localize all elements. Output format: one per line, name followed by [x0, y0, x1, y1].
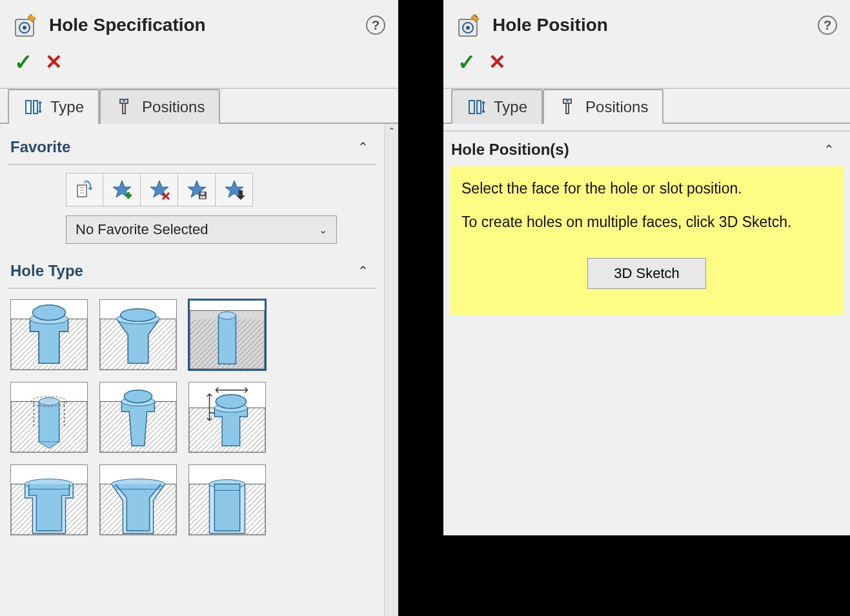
dropdown-value: No Favorite Selected [76, 221, 208, 238]
ok-cancel-bar: ✓ ✕ [0, 45, 398, 88]
svg-rect-25 [39, 401, 59, 442]
apply-defaults-button[interactable] [66, 173, 103, 206]
tab-label: Type [494, 98, 527, 116]
star-x-icon [148, 179, 170, 201]
svg-point-21 [121, 309, 156, 322]
ok-cancel-bar: ✓ ✕ [443, 45, 850, 88]
favorite-dropdown[interactable]: No Favorite Selected ⌄ [66, 215, 337, 244]
help-icon[interactable]: ? [366, 15, 385, 35]
svg-point-24 [219, 312, 236, 319]
hole-type-slot[interactable] [188, 464, 266, 535]
svg-point-42 [480, 17, 481, 18]
hole-type-straight-tap[interactable] [10, 382, 88, 453]
section-header-positions: Hole Position(s) ⌃ [443, 132, 850, 166]
svg-rect-36 [214, 484, 239, 531]
hint-text-1: Select the face for the hole or slot pos… [461, 178, 832, 199]
tab-positions[interactable]: Positions [543, 89, 663, 124]
section-header-favorite: Favorite ⌃ [8, 133, 376, 165]
hole-type-counterbore-slot[interactable] [10, 464, 88, 535]
panel-header: Hole Position ? [443, 0, 850, 45]
tab-type[interactable]: Type [451, 89, 543, 124]
hole-type-grid [8, 297, 376, 538]
svg-rect-9 [123, 103, 125, 114]
3d-sketch-button[interactable]: 3D Sketch [587, 258, 706, 289]
svg-rect-11 [77, 185, 86, 197]
page-title: Hole Position [492, 15, 809, 35]
tab-bar: Type Positions [443, 89, 850, 124]
svg-point-3 [32, 15, 34, 17]
panel-header: Hole Specification ? [0, 0, 398, 45]
type-tab-icon [467, 97, 487, 117]
ok-button[interactable]: ✓ [14, 49, 32, 75]
hole-position-panel: Hole Position ? ✓ ✕ Type [443, 0, 850, 535]
svg-point-5 [36, 17, 37, 18]
section-title: Hole Type [10, 262, 83, 280]
svg-rect-15 [201, 192, 205, 195]
scroll-up-icon[interactable]: ⌃ [385, 124, 398, 138]
load-favorite-button[interactable] [216, 173, 253, 206]
hole-type-countersink[interactable] [99, 299, 177, 370]
positions-tab-icon [558, 97, 579, 117]
hint-text-2: To create holes on multiple faces, click… [461, 212, 832, 232]
chevron-down-icon: ⌄ [319, 224, 327, 236]
ok-button[interactable]: ✓ [458, 49, 476, 75]
tab-label: Positions [585, 98, 648, 116]
section-header-holetype: Hole Type ⌃ [8, 257, 376, 289]
tab-label: Positions [142, 98, 205, 116]
collapse-favorite-icon[interactable]: ⌃ [352, 137, 374, 157]
hole-wizard-icon [13, 12, 40, 39]
page-title: Hole Specification [49, 15, 357, 35]
favorite-toolbar [66, 173, 376, 206]
remove-favorite-button[interactable] [141, 173, 178, 206]
svg-point-41 [478, 14, 480, 15]
svg-point-39 [466, 26, 470, 30]
tab-label: Type [50, 98, 84, 116]
svg-rect-44 [477, 101, 481, 114]
scroll-content: Favorite ⌃ [0, 124, 384, 616]
svg-rect-6 [26, 101, 31, 114]
add-favorite-button[interactable] [103, 173, 141, 206]
hole-type-tapered-tap[interactable] [99, 382, 177, 453]
positions-tab-icon [115, 97, 136, 117]
hole-type-hole[interactable] [188, 299, 266, 370]
hole-type-counterbore[interactable] [10, 299, 88, 370]
star-down-icon [223, 179, 245, 201]
svg-rect-47 [566, 99, 569, 102]
section-title: Hole Position(s) [451, 141, 569, 159]
type-tab-icon [23, 97, 44, 117]
collapse-holetype-icon[interactable]: ⌃ [352, 261, 374, 281]
cancel-button[interactable]: ✕ [45, 50, 63, 74]
help-icon[interactable]: ? [818, 15, 837, 35]
svg-rect-43 [469, 101, 474, 114]
hole-specification-panel: Hole Specification ? ✓ ✕ Type [0, 0, 398, 616]
star-save-icon [186, 179, 208, 201]
tab-type[interactable]: Type [8, 89, 99, 124]
svg-point-40 [476, 15, 477, 17]
svg-point-29 [124, 390, 152, 403]
hole-wizard-icon [456, 12, 483, 39]
hole-type-countersink-slot[interactable] [99, 464, 177, 535]
svg-point-2 [23, 26, 26, 30]
content-area: Favorite ⌃ [0, 124, 398, 616]
save-favorite-button[interactable] [178, 173, 216, 206]
svg-rect-17 [239, 190, 243, 195]
svg-point-19 [32, 305, 65, 321]
svg-rect-23 [219, 315, 236, 364]
scrollbar[interactable]: ⌃ [384, 124, 398, 616]
tab-bar: Type Positions [0, 89, 398, 124]
tab-positions[interactable]: Positions [99, 89, 220, 124]
svg-rect-10 [123, 99, 125, 102]
hint-box: Select the face for the hole or slot pos… [450, 166, 844, 315]
svg-rect-13 [127, 192, 130, 199]
svg-point-26 [39, 398, 59, 406]
star-plus-icon [111, 179, 133, 201]
hole-type-legacy-hole[interactable] [188, 382, 266, 453]
svg-point-4 [35, 14, 36, 15]
cancel-button[interactable]: ✕ [489, 50, 506, 74]
collapse-positions-icon[interactable]: ⌃ [818, 139, 840, 160]
svg-rect-46 [566, 103, 569, 114]
doc-arrow-icon [74, 179, 96, 201]
svg-point-31 [216, 395, 246, 409]
svg-rect-16 [200, 196, 205, 199]
svg-rect-7 [34, 101, 37, 114]
